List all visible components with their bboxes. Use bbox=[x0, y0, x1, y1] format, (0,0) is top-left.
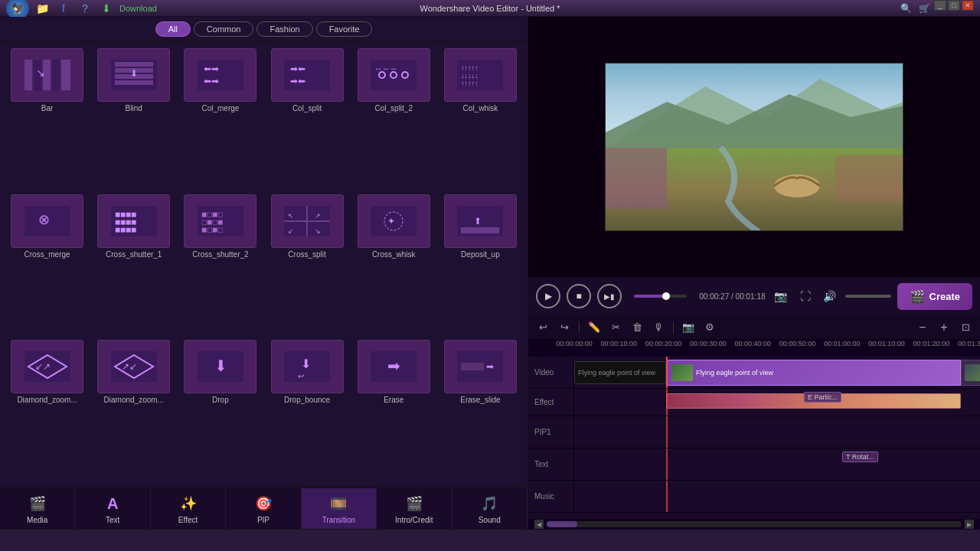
clip-end[interactable]: Flying eagle point of vi... bbox=[961, 360, 980, 386]
voice-button[interactable]: 🎙 bbox=[650, 319, 667, 336]
scroll-left-button[interactable]: ◀ bbox=[534, 520, 544, 529]
clip-main[interactable]: Flying eagle point of view bbox=[666, 360, 961, 386]
effect-label[interactable]: E Partic... bbox=[804, 392, 841, 403]
nav-transition[interactable]: 🎞️ Transition bbox=[302, 488, 377, 529]
store-icon[interactable]: 🛒 bbox=[916, 0, 933, 17]
fullscreen-icon[interactable]: ⛶ bbox=[796, 287, 815, 305]
maximize-button[interactable]: □ bbox=[948, 0, 960, 11]
transition-erase-label: Erase bbox=[384, 396, 403, 404]
transition-diamond-zoom-2-label: Diamond_zoom... bbox=[104, 396, 164, 404]
playhead[interactable] bbox=[666, 357, 668, 388]
close-button[interactable]: ✕ bbox=[962, 0, 974, 11]
svg-text:✦: ✦ bbox=[387, 216, 395, 227]
svg-text:↔↔↔: ↔↔↔ bbox=[374, 64, 397, 73]
tab-fashion[interactable]: Fashion bbox=[256, 21, 312, 37]
cut-button[interactable]: ✂ bbox=[607, 319, 624, 336]
transition-col-split-2-label: Col_split_2 bbox=[375, 104, 413, 112]
transition-cross-split[interactable]: ↖↗↙↘ Cross_split bbox=[266, 194, 348, 336]
transition-deposit-up[interactable]: ⬆ Deposit_up bbox=[439, 194, 521, 336]
scroll-right-button[interactable]: ▶ bbox=[965, 520, 974, 529]
transition-blind[interactable]: ⬇ Blind bbox=[93, 48, 175, 190]
nav-intro-credit[interactable]: 🎬 Intro/Credit bbox=[377, 488, 452, 529]
transition-cross-whisk[interactable]: ✦ Cross_whisk bbox=[353, 194, 435, 336]
progress-knob[interactable] bbox=[662, 292, 670, 300]
progress-bar[interactable] bbox=[634, 295, 687, 298]
playhead-music bbox=[666, 481, 668, 512]
scroll-track[interactable] bbox=[547, 521, 962, 527]
nav-text[interactable]: A Text bbox=[75, 488, 150, 529]
edit-button[interactable]: ✏️ bbox=[586, 319, 603, 336]
tab-common[interactable]: Common bbox=[194, 21, 254, 37]
transition-cross-shutter-2[interactable]: ◼◻◼◻◻◼◻◼◼◻◼◻ Cross_shutter_2 bbox=[179, 194, 261, 336]
main-container: All Common Fashion Favorite ↘ Bar ⬇ Blin… bbox=[0, 17, 980, 530]
effect-icon: ✨ bbox=[178, 493, 199, 514]
clip-black-label: Flying eagle point of view bbox=[578, 369, 655, 377]
volume-slider[interactable] bbox=[845, 295, 891, 298]
left-panel: All Common Fashion Favorite ↘ Bar ⬇ Blin… bbox=[0, 17, 528, 530]
transition-cross-shutter-1-label: Cross_shutter_1 bbox=[106, 250, 162, 259]
transition-erase[interactable]: ➡ Erase bbox=[353, 340, 435, 481]
step-forward-button[interactable]: ▶▮ bbox=[597, 284, 622, 308]
clip-end-thumb bbox=[965, 364, 980, 381]
nav-pip[interactable]: 🎯 PIP bbox=[226, 488, 301, 529]
search-icon[interactable]: 🔍 bbox=[897, 0, 914, 17]
text-label[interactable]: T Rotat... bbox=[842, 452, 878, 462]
filter-tabs: All Common Fashion Favorite bbox=[0, 17, 528, 42]
redo-button[interactable]: ↪ bbox=[556, 319, 573, 336]
svg-text:◼◼◼◼: ◼◼◼◼ bbox=[115, 226, 136, 233]
snapshot-button[interactable]: 📷 bbox=[680, 319, 697, 336]
tab-favorite[interactable]: Favorite bbox=[316, 21, 373, 37]
scroll-thumb[interactable] bbox=[547, 521, 577, 527]
zoom-in-button[interactable]: + bbox=[936, 319, 952, 336]
folder-icon[interactable]: 📁 bbox=[34, 0, 51, 17]
ruler-mark-9: 00:01:30:00 bbox=[958, 340, 980, 347]
svg-text:➡⬅: ➡⬅ bbox=[290, 76, 305, 86]
transition-diamond-zoom-2[interactable]: ↗↙ Diamond_zoom... bbox=[93, 340, 175, 481]
window-controls[interactable]: 🔍 🛒 _ □ ✕ bbox=[897, 0, 974, 17]
nav-media[interactable]: 🎬 Media bbox=[0, 488, 75, 529]
transition-diamond-zoom-1[interactable]: ↙↗ Diamond_zoom... bbox=[6, 340, 88, 481]
svg-rect-0 bbox=[24, 60, 32, 90]
volume-icon[interactable]: 🔊 bbox=[821, 287, 839, 305]
transition-cross-shutter-1[interactable]: ◼◼◼◼◼◼◼◼◼◼◼◼ Cross_shutter_1 bbox=[93, 194, 175, 336]
transition-drop-label: Drop bbox=[212, 396, 229, 404]
delete-button[interactable]: 🗑 bbox=[629, 319, 645, 336]
transition-drop-bounce-label: Drop_bounce bbox=[284, 396, 330, 404]
transition-col-split-2[interactable]: ↔↔↔ Col_split_2 bbox=[353, 48, 435, 190]
playhead-effect bbox=[666, 389, 668, 416]
clip-black[interactable]: Flying eagle point of view bbox=[574, 361, 666, 384]
transition-bar[interactable]: ↘ Bar bbox=[6, 48, 88, 190]
fit-button[interactable]: ⊡ bbox=[957, 319, 974, 336]
transition-col-whisk-label: Col_whisk bbox=[463, 104, 498, 112]
transition-erase-slide[interactable]: ➡ Erase_slide bbox=[439, 340, 521, 481]
svg-text:↗↙: ↗↙ bbox=[122, 361, 137, 372]
help-icon[interactable]: ? bbox=[77, 0, 93, 17]
tab-all[interactable]: All bbox=[155, 21, 191, 37]
svg-text:➡: ➡ bbox=[486, 361, 494, 372]
zoom-out-button[interactable]: − bbox=[914, 319, 931, 336]
transition-col-split-thumb: ➡⬅➡⬅ bbox=[271, 48, 344, 102]
facebook-icon[interactable]: f bbox=[55, 0, 72, 17]
nav-effect[interactable]: ✨ Effect bbox=[151, 488, 226, 529]
transition-cross-merge[interactable]: ⊗ Cross_merge bbox=[6, 194, 88, 336]
transition-col-merge[interactable]: ⬅➡⬅➡ Col_merge bbox=[179, 48, 261, 190]
download-icon[interactable]: ⬇ bbox=[98, 0, 115, 17]
svg-rect-71 bbox=[835, 155, 903, 201]
create-button[interactable]: 🎬 Create bbox=[897, 283, 972, 310]
transition-drop[interactable]: ⬇ Drop bbox=[179, 340, 261, 481]
minimize-button[interactable]: _ bbox=[934, 0, 946, 11]
nav-sound[interactable]: 🎵 Sound bbox=[452, 488, 528, 529]
transition-drop-bounce[interactable]: ⬇↩ Drop_bounce bbox=[266, 340, 348, 481]
transition-cross-shutter-2-label: Cross_shutter_2 bbox=[192, 250, 248, 259]
transition-col-split[interactable]: ➡⬅➡⬅ Col_split bbox=[266, 48, 348, 190]
transition-col-whisk[interactable]: ↑↑↑↑↑↓↓↓↓↓↑↑↑↑↑ Col_whisk bbox=[439, 48, 521, 190]
screenshot-icon[interactable]: 📷 bbox=[772, 287, 790, 305]
play-button[interactable]: ▶ bbox=[536, 284, 560, 308]
download-label[interactable]: Download bbox=[119, 4, 157, 13]
undo-button[interactable]: ↩ bbox=[534, 319, 551, 336]
time-display: 00:00:27 / 00:01:18 bbox=[699, 292, 765, 301]
stop-button[interactable]: ■ bbox=[567, 284, 591, 308]
clip-settings-button[interactable]: ⚙ bbox=[701, 319, 718, 336]
timeline-section: ↩ ↪ ✏️ ✂ 🗑 🎙 📷 ⚙ − + ⊡ 00:00:00:00 bbox=[528, 315, 980, 530]
playhead-text bbox=[666, 448, 668, 480]
